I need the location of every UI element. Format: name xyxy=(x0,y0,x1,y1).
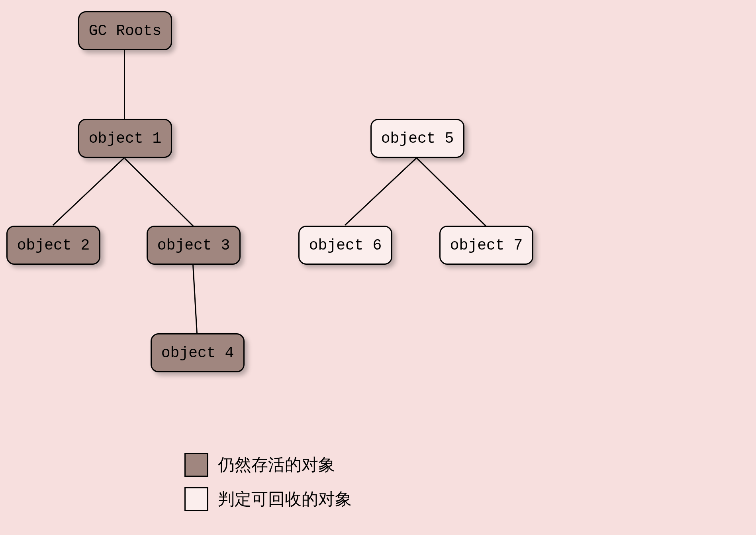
node-label: object 6 xyxy=(309,237,382,254)
edge xyxy=(124,50,125,119)
node-label: object 7 xyxy=(450,237,523,254)
node-object-1: object 1 xyxy=(78,119,172,158)
edge xyxy=(417,158,486,226)
node-object-7: object 7 xyxy=(439,226,533,265)
legend-recyclable: 判定可回收的对象 xyxy=(184,487,352,511)
node-object-5: object 5 xyxy=(370,119,464,158)
legend-swatch-recyclable xyxy=(184,487,208,511)
node-object-2: object 2 xyxy=(6,226,100,265)
edge xyxy=(192,265,198,333)
node-object-4: object 4 xyxy=(151,333,245,372)
node-label: object 3 xyxy=(157,237,230,254)
legend-label-recyclable: 判定可回收的对象 xyxy=(218,488,352,510)
edge xyxy=(124,158,194,226)
node-label: object 4 xyxy=(161,344,234,362)
node-gc-roots: GC Roots xyxy=(78,11,172,50)
node-label: object 1 xyxy=(89,130,161,147)
node-label: GC Roots xyxy=(89,22,161,39)
legend-label-alive: 仍然存活的对象 xyxy=(218,454,335,476)
node-object-6: object 6 xyxy=(298,226,392,265)
node-object-3: object 3 xyxy=(147,226,241,265)
legend-swatch-alive xyxy=(184,453,208,477)
node-label: object 5 xyxy=(381,130,454,147)
legend-alive: 仍然存活的对象 xyxy=(184,453,335,477)
node-label: object 2 xyxy=(17,237,90,254)
edge xyxy=(345,157,417,226)
edge xyxy=(53,157,125,226)
